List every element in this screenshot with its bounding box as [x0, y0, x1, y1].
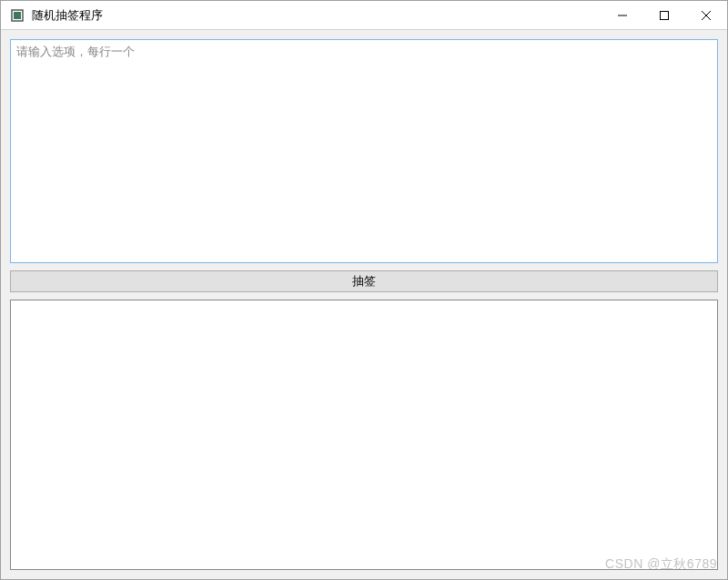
- titlebar[interactable]: 随机抽签程序: [1, 1, 727, 30]
- svg-rect-3: [661, 11, 669, 19]
- close-button[interactable]: [685, 1, 727, 29]
- result-output: [10, 300, 718, 570]
- app-window: 随机抽签程序 抽签: [0, 0, 728, 580]
- minimize-button[interactable]: [602, 1, 643, 29]
- app-icon: [10, 8, 25, 23]
- client-area: 抽签: [1, 30, 727, 579]
- window-controls: [602, 1, 727, 29]
- window-title: 随机抽签程序: [32, 7, 602, 24]
- draw-button[interactable]: 抽签: [10, 270, 718, 292]
- options-input[interactable]: [10, 39, 718, 263]
- svg-rect-1: [14, 12, 21, 19]
- maximize-button[interactable]: [643, 1, 685, 29]
